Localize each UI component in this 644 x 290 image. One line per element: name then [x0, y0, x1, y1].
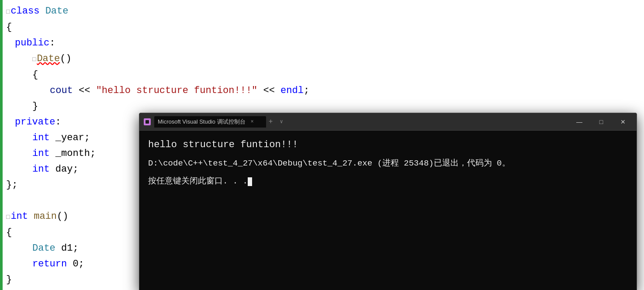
code-line-class: □class Date	[6, 3, 138, 20]
code-line-int-month: int _month;	[6, 146, 138, 162]
collapse-icon-class[interactable]: □	[6, 4, 10, 20]
code-line-int-day: int day;	[6, 162, 138, 177]
collapse-icon-date[interactable]: □	[32, 52, 36, 67]
terminal-cursor	[248, 177, 252, 186]
terminal-title: Microsoft Visual Studio 调试控制台	[158, 118, 246, 126]
close-button[interactable]: ✕	[613, 115, 633, 128]
terminal-prompt-text: 按任意键关闭此窗口. . .	[148, 176, 248, 186]
code-line-int-year: int _year;	[6, 130, 138, 146]
minimize-button[interactable]: —	[569, 115, 589, 128]
terminal-prompt-line: 按任意键关闭此窗口. . .	[148, 175, 628, 188]
code-line-open-brace-3: {	[6, 225, 138, 241]
collapse-icon-main[interactable]: □	[6, 209, 10, 225]
tab-dropdown-button[interactable]: ∨	[277, 117, 285, 126]
code-line-private: private:	[6, 114, 138, 130]
maximize-button[interactable]: □	[591, 115, 611, 128]
code-line-public: public:	[6, 35, 138, 51]
code-line-return: return 0;	[6, 256, 138, 272]
code-line-cout: cout << "hello structure funtion!!!" << …	[6, 83, 138, 99]
tab-add-button[interactable]: +	[266, 117, 276, 127]
terminal-active-tab[interactable]: Microsoft Visual Studio 调试控制台 ×	[154, 116, 266, 128]
terminal-titlebar: Microsoft Visual Studio 调试控制台 × + ∨ — □ …	[139, 113, 637, 131]
code-line-main: □int main()	[6, 209, 138, 225]
vs-icon	[144, 118, 151, 125]
code-line-close-brace-2: }	[6, 99, 138, 114]
terminal-path-line: D:\code\C++\test_4_27\x64\Debug\test_4_2…	[148, 157, 628, 170]
terminal-path-text: D:\code\C++\test_4_27\x64\Debug\test_4_2…	[148, 159, 510, 168]
terminal-tab-icon	[143, 117, 152, 126]
code-line-close-class: };	[6, 177, 138, 193]
terminal-body: hello structure funtion!!! D:\code\C++\t…	[139, 131, 637, 290]
code-line-blank	[6, 193, 138, 209]
code-line-date-d1: Date d1;	[6, 241, 138, 256]
code-line-date-constructor: □Date()	[6, 51, 138, 67]
window-controls: — □ ✕	[569, 115, 633, 128]
code-line-open-brace-1: {	[6, 20, 138, 35]
terminal-window: Microsoft Visual Studio 调试控制台 × + ∨ — □ …	[139, 113, 637, 290]
terminal-output-hello: hello structure funtion!!!	[148, 138, 628, 152]
code-line-close-main: }	[6, 272, 138, 288]
vs-icon-inner	[145, 120, 149, 124]
code-editor: □class Date { public: □Date() { cout << …	[3, 0, 138, 290]
code-line-open-brace-2: {	[6, 67, 138, 83]
tab-close-button[interactable]: ×	[249, 118, 256, 126]
